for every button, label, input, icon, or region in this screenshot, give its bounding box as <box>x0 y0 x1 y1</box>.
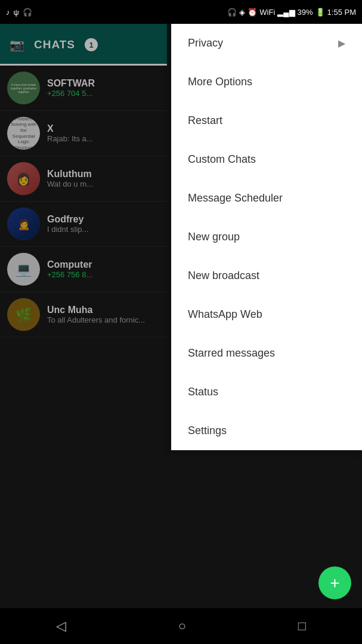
settings-label: Settings <box>188 425 227 437</box>
menu-item-custom-chats[interactable]: Custom Chats <box>171 140 362 179</box>
message-scheduler-label: Message Scheduler <box>188 192 283 205</box>
menu-item-whatsapp-web[interactable]: WhatsApp Web <box>171 295 362 334</box>
menu-item-settings[interactable]: Settings <box>171 411 362 450</box>
music-icon: ♪ <box>6 8 10 17</box>
more-options-label: More Options <box>188 76 252 88</box>
menu-item-message-scheduler[interactable]: Message Scheduler <box>171 179 362 218</box>
menu-item-new-broadcast[interactable]: New broadcast <box>171 256 362 295</box>
nfc-icon: ◈ <box>239 8 245 17</box>
plus-icon: + <box>330 574 339 593</box>
menu-item-new-group[interactable]: New group <box>171 218 362 256</box>
restart-label: Restart <box>188 114 222 127</box>
chevron-right-icon: ▶ <box>338 38 345 49</box>
starred-messages-label: Starred messages <box>188 347 275 360</box>
battery-percent: 39% <box>298 8 313 17</box>
menu-item-status[interactable]: Status <box>171 373 362 411</box>
custom-chats-label: Custom Chats <box>188 153 256 166</box>
battery-icon: 🔋 <box>315 8 325 17</box>
menu-item-restart[interactable]: Restart <box>171 101 362 140</box>
new-group-label: New group <box>188 231 240 243</box>
headphones-icon: 🎧 <box>227 8 237 17</box>
whatsapp-web-label: WhatsApp Web <box>188 308 262 321</box>
signal-bars-icon: ▂▄▆ <box>277 8 295 17</box>
menu-item-privacy[interactable]: Privacy ▶ <box>171 24 362 63</box>
dropdown-menu: Privacy ▶ More Options Restart Custom Ch… <box>171 24 362 450</box>
status-bar: ♪ ψ 🎧 🎧 ◈ ⏰ WiFi ▂▄▆ 39% 🔋 1:55 PM <box>0 0 362 24</box>
fab-button[interactable]: + <box>318 566 351 599</box>
privacy-label: Privacy <box>188 37 223 49</box>
menu-item-more-options[interactable]: More Options <box>171 63 362 101</box>
headset-icon: 🎧 <box>23 8 32 17</box>
wifi-icon: WiFi <box>259 8 275 17</box>
status-label: Status <box>188 386 218 398</box>
time-display: 1:55 PM <box>327 8 356 17</box>
status-right-icons: 🎧 ◈ ⏰ WiFi ▂▄▆ 39% 🔋 1:55 PM <box>227 8 356 17</box>
status-left-icons: ♪ ψ 🎧 <box>6 8 32 17</box>
usb-icon: ψ <box>14 8 19 17</box>
new-broadcast-label: New broadcast <box>188 270 259 282</box>
alarm-icon: ⏰ <box>247 8 257 17</box>
menu-item-starred-messages[interactable]: Starred messages <box>171 334 362 373</box>
